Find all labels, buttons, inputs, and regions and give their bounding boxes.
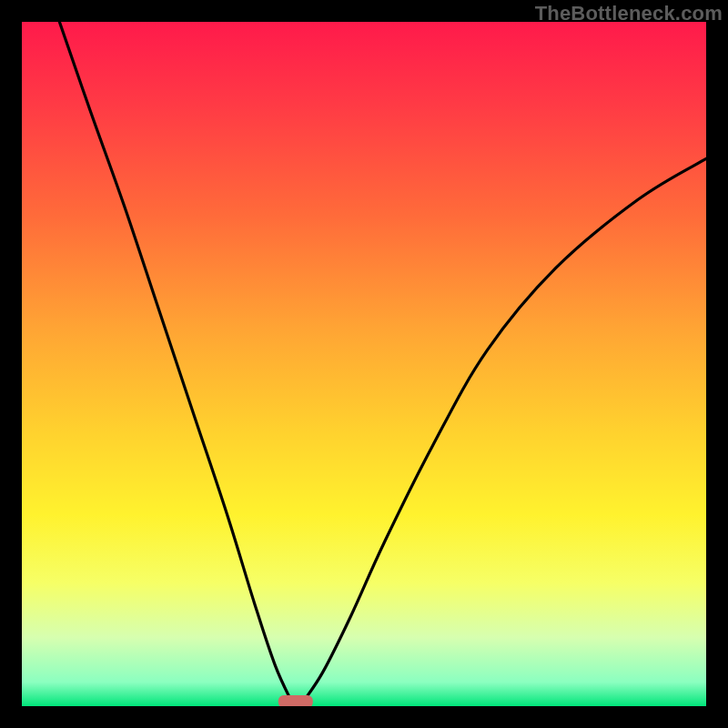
gradient-background	[22, 22, 706, 706]
minimum-marker	[278, 695, 313, 706]
chart-frame	[22, 22, 706, 706]
bottleneck-chart	[22, 22, 706, 706]
